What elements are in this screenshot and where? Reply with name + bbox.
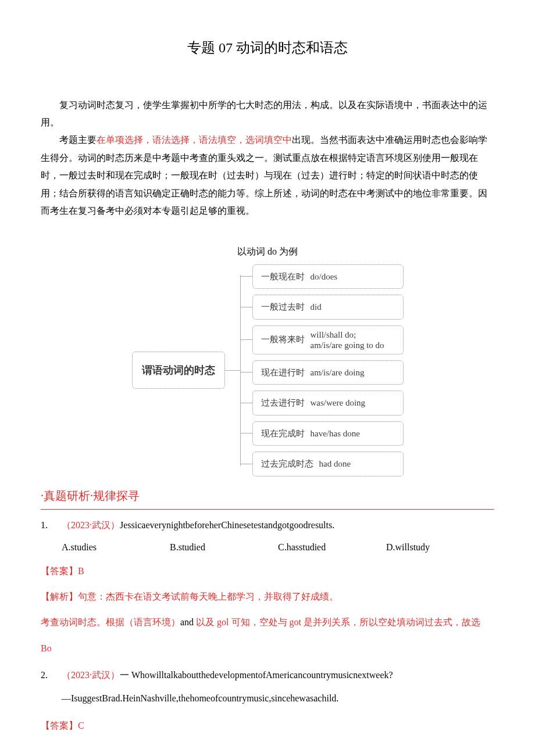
intro-p2b: 出现。当然书面表达中准确运用时态也会影响学生得分。动词的时态历来是中考题中考查的… (41, 135, 487, 216)
leaf-label: 过去进行时 (261, 395, 305, 411)
leaf-label: 一般将来时 (261, 331, 305, 348)
page-title: 专题 07 动词的时态和语态 (41, 35, 494, 62)
question-1: 1. （2023·武汉）JessicaeverynightbeforeherCh… (41, 517, 494, 534)
q1-options: A.studies B.studied C.hasstudied D.wills… (41, 539, 494, 556)
leaf-row: 现在进行时 am/is/are doing (241, 360, 404, 385)
connector (225, 370, 240, 371)
leaf-row: 过去进行时 was/were doing (241, 390, 404, 415)
q1-opt-a: A.studies (62, 539, 170, 556)
q1-year: （2023·武汉） (62, 520, 120, 530)
q2-answer: 【答案】C (41, 717, 494, 734)
intro-p2a: 考题主要 (59, 135, 97, 145)
leaf-row: 一般现在时 do/does (241, 264, 404, 289)
intro-p2: 考题主要在单项选择，语法选择，语法填空，选词填空中出现。当然书面表达中准确运用时… (41, 131, 494, 220)
q1-stem: JessicaeverynightbeforeherChinesetestand… (120, 520, 334, 530)
section-header: ·真题研析·规律探寻 (41, 485, 494, 510)
q2-number: 2. (41, 667, 62, 684)
leaf-form: am/is/are doing (311, 364, 365, 381)
diagram-caption: 以动词 do 为例 (41, 243, 494, 260)
leaf-label: 现在完成时 (261, 425, 305, 442)
leaf-form: have/has done (311, 425, 360, 442)
diagram-root: 谓语动词的时态 (132, 352, 225, 389)
q2-line2: —IsuggestBrad.HeinNashville,thehomeofcou… (41, 690, 494, 707)
q1-analysis-1: 【解析】句意：杰西卡在语文考试前每天晚上都学习，并取得了好成绩。 (41, 586, 494, 608)
q2-stem: 一 WhowilltalkaboutthedevelopmentofAmeric… (120, 670, 393, 680)
leaf-label: 一般过去时 (261, 299, 305, 316)
leaf-row: 现在完成时 have/has done (241, 421, 404, 446)
leaf-label: 现在进行时 (261, 364, 305, 381)
q1-answer: 【答案】B (41, 562, 494, 580)
leaf-form: do/does (311, 268, 338, 285)
q1-opt-c: C.hasstudied (278, 539, 386, 556)
q2-year: （2023·武汉） (62, 670, 120, 680)
q1-opt-d: D.willstudy (386, 539, 494, 556)
intro-p2-red: 在单项选择，语法选择，语法填空，选词填空中 (97, 135, 292, 145)
leaf-row: 一般过去时 did (241, 295, 404, 320)
q1-analysis-2: 考查动词时态。根据（语言环境）and 以及 gol 可知，空处与 got 是并列… (41, 611, 494, 633)
leaf-form: will/shall do; am/is/are going to do (311, 329, 384, 350)
leaf-label: 过去完成时态 (261, 456, 313, 472)
q1-opt-b: B.studied (170, 539, 278, 556)
leaf-form: was/were doing (311, 395, 366, 411)
q1-number: 1. (41, 517, 62, 534)
question-2: 2. （2023·武汉）一 Whowilltalkaboutthedevelop… (41, 667, 494, 684)
leaf-row: 过去完成时态 had done (241, 452, 404, 476)
diagram: 谓语动词的时态 一般现在时 do/does 一般过去时 did (41, 264, 494, 476)
leaf-label: 一般现在时 (261, 268, 305, 285)
leaf-form: did (311, 299, 322, 316)
leaf-form: had done (319, 456, 351, 472)
q1-analysis-3: Bo (41, 637, 494, 660)
intro-p1: 复习动词时态复习，使学生掌握初中所学的七大时态的用法，构成。以及在实际语境中，书… (41, 96, 494, 132)
leaf-row: 一般将来时 will/shall do; am/is/are going to … (241, 325, 404, 354)
